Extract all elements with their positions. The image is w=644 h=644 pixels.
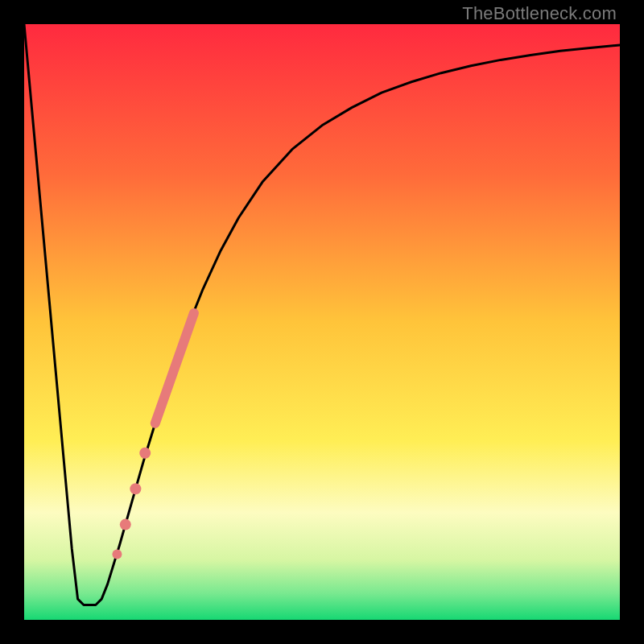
gradient-background — [24, 24, 620, 620]
marker-dot — [130, 483, 141, 494]
marker-dot — [112, 550, 122, 559]
watermark-text: TheBottleneck.com — [462, 3, 617, 24]
chart-frame: TheBottleneck.com — [0, 0, 644, 644]
plot-area — [24, 24, 620, 620]
marker-dot — [120, 519, 131, 530]
chart-svg — [24, 24, 620, 620]
marker-dot — [139, 448, 151, 459]
